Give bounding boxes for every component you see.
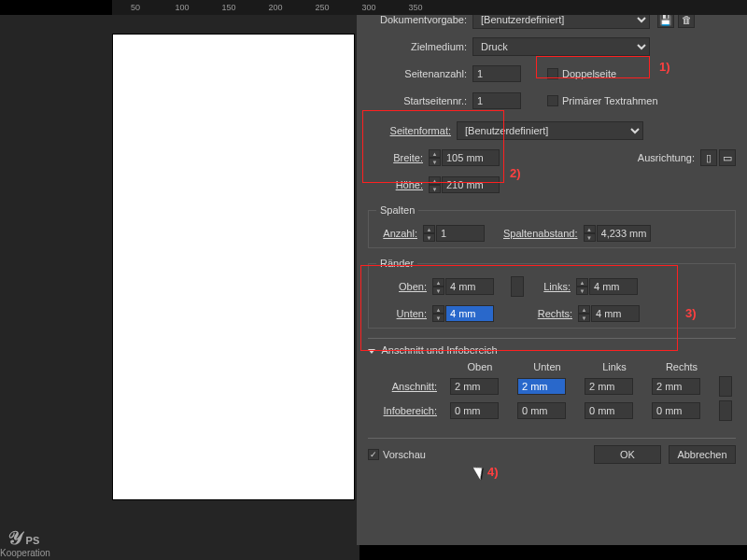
columns-legend: Spalten: [376, 204, 418, 216]
hd-left: Links: [585, 361, 644, 372]
column-count-input[interactable]: [436, 225, 485, 242]
callout-box-1: [536, 56, 650, 78]
callout-box-3: [360, 265, 678, 351]
callout-1: 1): [659, 60, 670, 74]
label-gutter: Spaltenabstand:: [503, 228, 584, 239]
pages-input[interactable]: [472, 65, 521, 82]
label-pages: Seitenanzahl:: [368, 68, 472, 79]
ok-button[interactable]: OK: [594, 445, 661, 464]
link-slug-icon[interactable]: [719, 400, 732, 421]
hd-bot: Unten: [517, 361, 577, 372]
preview-checkbox[interactable]: [368, 449, 379, 460]
label-preview: Vorschau: [383, 449, 426, 460]
callout-4: 4): [487, 465, 499, 479]
slug-bottom-input[interactable]: [517, 402, 566, 419]
landscape-icon[interactable]: ▭: [719, 149, 736, 166]
intent-select[interactable]: Druck: [472, 37, 650, 56]
gutter-input[interactable]: [597, 225, 651, 242]
label-slug: Infobereich:: [368, 405, 443, 416]
callout-2: 2): [510, 166, 521, 180]
columns-group: Spalten Anzahl: ▲▼ Spaltenabstand: ▲▼: [368, 204, 736, 248]
label-primary: Primärer Textrahmen: [562, 95, 658, 106]
hd-right: Rechts: [652, 361, 712, 372]
bleed-bottom-input[interactable]: [517, 378, 566, 395]
bleed-left-input[interactable]: [585, 378, 633, 395]
brand-logo: 𝒴 PS: [7, 527, 39, 549]
brand-subtitle: Kooperation: [0, 548, 50, 558]
ruler-horizontal: 50100150200250300350: [112, 0, 747, 15]
start-page-input[interactable]: [472, 92, 521, 109]
document-page[interactable]: [112, 34, 355, 500]
hd-top: Oben: [450, 361, 510, 372]
count-stepper[interactable]: ▲▼: [423, 225, 435, 242]
slug-right-input[interactable]: [652, 402, 700, 419]
label-count: Anzahl:: [376, 228, 423, 239]
label-preset: Dokumentvorgabe:: [368, 14, 472, 25]
cancel-button[interactable]: Abbrechen: [669, 445, 736, 464]
bleed-right-input[interactable]: [652, 378, 700, 395]
canvas-area: 𝒴 PS Kooperation: [0, 15, 359, 560]
label-intent: Zielmedium:: [368, 41, 472, 52]
portrait-icon[interactable]: ▯: [700, 149, 717, 166]
primary-frame-checkbox[interactable]: [547, 95, 558, 106]
callout-3: 3): [685, 306, 697, 320]
label-bleed: Anschnitt:: [368, 381, 443, 392]
bleed-top-input[interactable]: [450, 378, 499, 395]
label-orient: Ausrichtung:: [638, 152, 700, 163]
bleed-slug-grid: Oben Unten Links Rechts Anschnitt: Infob…: [368, 361, 736, 421]
callout-box-2: [362, 110, 504, 183]
slug-top-input[interactable]: [450, 402, 499, 419]
link-bleed-icon[interactable]: [719, 376, 732, 397]
label-start: Startseitennr.:: [368, 95, 472, 106]
gutter-stepper[interactable]: ▲▼: [584, 225, 596, 242]
new-document-dialog: Dokumentvorgabe: [Benutzerdefiniert] 💾 🗑…: [357, 0, 747, 545]
slug-left-input[interactable]: [585, 402, 633, 419]
